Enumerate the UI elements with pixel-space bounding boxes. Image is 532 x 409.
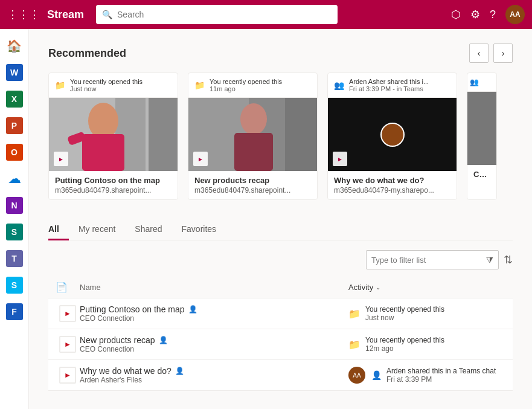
tabs-row: All My recent Shared Favorites: [48, 219, 513, 240]
recommended-cards: 📁 You recently opened this Just now: [48, 72, 513, 200]
video-file-icon-3: ►: [59, 367, 76, 384]
sort-icon[interactable]: ⇅: [504, 253, 513, 266]
forms-icon: F: [6, 303, 23, 320]
row-3-name: Why we do what we do? 👤 Arden Asher's Fi…: [80, 366, 348, 384]
filter-input-wrap: ⧩: [366, 250, 499, 269]
search-bar: 🔍: [96, 5, 338, 24]
avatar[interactable]: AA: [505, 5, 525, 24]
tab-my-recent[interactable]: My recent: [69, 219, 125, 240]
row-2-name: New products recap 👤 CEO Connection: [80, 335, 348, 353]
video-card-1[interactable]: 📁 You recently opened this Just now: [48, 72, 178, 200]
row-1-name: Putting Contoso on the map 👤 CEO Connect…: [80, 304, 348, 323]
row-2-activity-info: You recently opened this 12m ago: [365, 336, 444, 353]
card-3-avatar: [380, 123, 405, 147]
settings-icon[interactable]: ⚙: [470, 8, 480, 21]
row-1-icon: ►: [56, 305, 80, 322]
row-2-title: New products recap 👤: [80, 335, 348, 345]
share-icon[interactable]: ⬡: [451, 8, 461, 21]
row-2-subtitle: CEO Connection: [80, 345, 348, 353]
word-icon: W: [6, 64, 23, 81]
card-4-thumbnail: [467, 92, 496, 165]
filter-input[interactable]: [371, 256, 486, 265]
play-btn-1[interactable]: ►: [54, 152, 68, 166]
grid-icon[interactable]: ⋮⋮⋮: [7, 8, 40, 21]
card-1-subtitle: m365edu840479.sharepoint...: [55, 186, 171, 195]
row-3-activity-text: Arden shared this in a Teams chat: [386, 367, 496, 375]
folder-icon-1: 📁: [55, 80, 65, 90]
shared-icon-2: 👤: [159, 336, 168, 344]
nav-icons: ⬡ ⚙ ? AA: [451, 5, 525, 24]
people-icon-3: 👥: [334, 80, 344, 90]
activity-share-icon-3: 👤: [371, 370, 382, 380]
folder-icon-2: 📁: [194, 80, 205, 90]
card-1-title: Putting Contoso on the map: [55, 176, 171, 185]
sidebar-item-excel[interactable]: X: [2, 87, 27, 111]
card-3-meta: 👥 Arden Asher shared this i... Fri at 3:…: [328, 73, 457, 98]
card-3-meta-text: Arden Asher shared this i... Fri at 3:39…: [349, 78, 429, 92]
row-1-activity-time: Just now: [365, 314, 444, 322]
search-input[interactable]: [117, 10, 332, 19]
sidebar-item-sharepoint[interactable]: S: [2, 220, 27, 244]
carousel-arrows: ‹ ›: [469, 43, 513, 63]
card-3-subtitle: m365edu840479-my.sharepo...: [334, 186, 450, 195]
sidebar-item-forms[interactable]: F: [2, 300, 27, 324]
card-2-subtitle: m365edu840479.sharepoint...: [194, 186, 311, 195]
card-3-meta-desc: Arden Asher shared this i...: [349, 78, 429, 85]
app-title: Stream: [47, 8, 84, 21]
card-2-meta-desc: You recently opened this: [210, 78, 282, 85]
row-3-avatar: AA: [348, 367, 365, 384]
onedrive-icon: ☁: [8, 171, 21, 187]
card-1-info: Putting Contoso on the map m365edu840479…: [49, 171, 178, 199]
sidebar-item-outlook[interactable]: O: [2, 140, 27, 164]
activity-sort-chevron: ⌄: [376, 284, 380, 291]
table-header: 📄 Name Activity ⌄: [48, 277, 513, 298]
play-btn-2[interactable]: ►: [193, 152, 208, 166]
sidebar-item-home[interactable]: 🏠: [2, 34, 27, 58]
sidebar-item-powerpoint[interactable]: P: [2, 114, 27, 138]
filter-row: ⧩ ⇅: [48, 250, 513, 269]
table-row[interactable]: ► Putting Contoso on the map 👤 CEO Conne…: [48, 298, 513, 329]
left-sidebar: 🏠 W X P O ☁ N S T S F: [0, 29, 29, 409]
row-1-title: Putting Contoso on the map 👤: [80, 304, 348, 314]
row-3-title: Why we do what we do? 👤: [80, 366, 348, 376]
card-2-meta-text: You recently opened this 11m ago: [210, 78, 282, 92]
card-1-meta-desc: You recently opened this: [70, 78, 143, 85]
video-card-2[interactable]: 📁 You recently opened this 11m ago ►: [188, 72, 318, 200]
col-icon-header: 📄: [56, 282, 80, 293]
tab-favorites[interactable]: Favorites: [172, 219, 226, 240]
play-btn-3[interactable]: ►: [333, 152, 347, 166]
sidebar-item-teams[interactable]: T: [2, 246, 27, 271]
svg-rect-11: [234, 133, 273, 171]
table-row[interactable]: ► New products recap 👤 CEO Connection 📁 …: [48, 329, 513, 360]
card-3-meta-time: Fri at 3:39 PM - in Teams: [349, 85, 429, 92]
sidebar-item-word[interactable]: W: [2, 60, 27, 85]
col-activity-header[interactable]: Activity ⌄: [348, 283, 505, 292]
sidebar-item-onenote[interactable]: N: [2, 193, 27, 217]
video-file-icon-1: ►: [59, 305, 76, 322]
card-4-info: Co...: [467, 165, 496, 185]
row-2-activity: 📁 You recently opened this 12m ago: [348, 336, 505, 353]
onenote-icon: N: [6, 197, 23, 214]
svg-rect-5: [82, 134, 124, 171]
row-3-subtitle: Arden Asher's Files: [80, 376, 348, 384]
card-3-thumbnail: ►: [328, 98, 457, 171]
card-4-meta: 👥: [467, 73, 496, 92]
svg-rect-3: [149, 98, 178, 171]
sidebar-item-onedrive[interactable]: ☁: [2, 167, 27, 191]
video-card-3[interactable]: 👥 Arden Asher shared this i... Fri at 3:…: [327, 72, 457, 200]
tab-shared[interactable]: Shared: [125, 219, 171, 240]
prev-arrow[interactable]: ‹: [469, 43, 489, 63]
sidebar-item-sway[interactable]: S: [2, 273, 27, 297]
row-3-icon: ►: [56, 367, 80, 384]
card-2-thumbnail: ►: [188, 98, 317, 171]
next-arrow[interactable]: ›: [493, 43, 513, 63]
card-2-title: New products recap: [194, 176, 311, 185]
table-row[interactable]: ► Why we do what we do? 👤 Arden Asher's …: [48, 360, 513, 391]
app-body: 🏠 W X P O ☁ N S T S F: [0, 29, 532, 409]
powerpoint-icon: P: [6, 117, 23, 134]
card-2-meta: 📁 You recently opened this 11m ago: [188, 73, 317, 98]
tab-all[interactable]: All: [48, 219, 69, 240]
video-card-4[interactable]: 👥 Co...: [467, 72, 497, 200]
card-3-title: Why we do what we do?: [334, 176, 450, 185]
help-icon[interactable]: ?: [490, 8, 496, 21]
